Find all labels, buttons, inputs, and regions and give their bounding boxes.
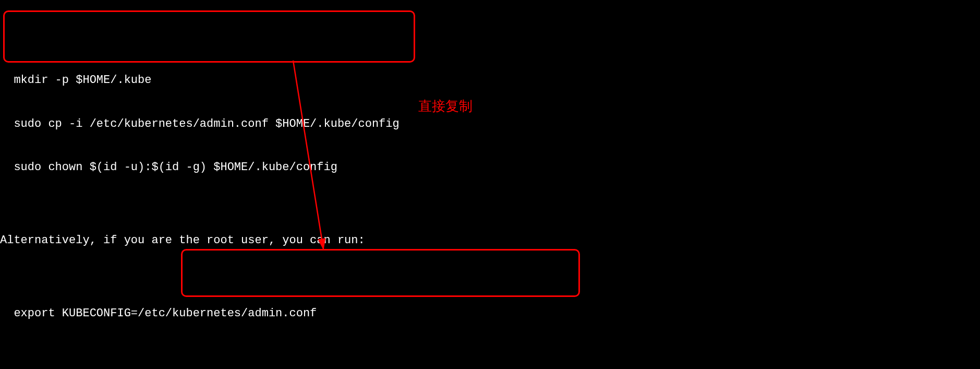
terminal-window[interactable]: mkdir -p $HOME/.kube sudo cp -i /etc/kub… (0, 0, 980, 369)
terminal-line: export KUBECONFIG=/etc/kubernetes/admin.… (0, 306, 980, 321)
terminal-line: sudo cp -i /etc/kubernetes/admin.conf $H… (0, 117, 980, 132)
annotation-label: 直接复制 (418, 98, 473, 115)
terminal-line: sudo chown $(id -u):$(id -g) $HOME/.kube… (0, 160, 980, 175)
terminal-line: mkdir -p $HOME/.kube (0, 73, 980, 88)
terminal-content[interactable]: mkdir -p $HOME/.kube sudo cp -i /etc/kub… (0, 29, 980, 369)
terminal-line: Alternatively, if you are the root user,… (0, 233, 980, 248)
